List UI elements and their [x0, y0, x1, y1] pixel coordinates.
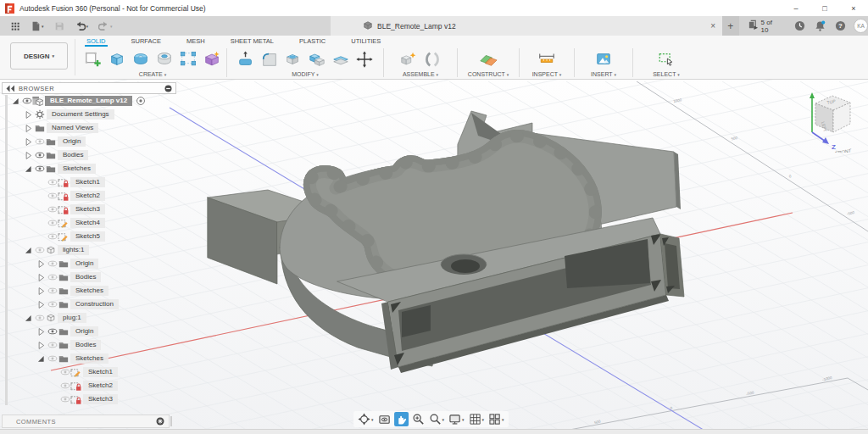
visibility-eye-icon[interactable] [47, 177, 58, 188]
browser-row-bodies[interactable]: Bodies [10, 148, 146, 162]
group-label-assemble[interactable]: ASSEMBLE ▾ [403, 71, 438, 79]
browser-row-sketch1[interactable]: Sketch1 [10, 175, 146, 189]
construction-plane-icon[interactable] [477, 48, 499, 70]
visibility-eye-icon[interactable] [47, 326, 58, 337]
browser-row-sketch2[interactable]: Sketch2 [10, 189, 146, 203]
visibility-eye-icon[interactable] [34, 136, 45, 147]
visibility-eye-icon[interactable] [34, 150, 45, 161]
expand-arrow-icon[interactable] [23, 150, 34, 161]
visibility-eye-icon[interactable] [47, 204, 58, 215]
browser-row-sketch2[interactable]: Sketch2 [10, 379, 146, 392]
job-status[interactable]: 5 of 10 [748, 19, 781, 34]
visibility-eye-icon[interactable] [21, 96, 32, 107]
ribbon-tab-solid[interactable]: SOLID [85, 36, 108, 47]
help-icon[interactable]: ? [835, 20, 846, 31]
browser-row-bodies[interactable]: Bodies [10, 270, 146, 284]
browser-row-ble-remote-lamp-v12[interactable]: BLE_Remote_Lamp v12 [10, 94, 146, 108]
create-form-icon[interactable] [201, 48, 223, 70]
activate-component-radio[interactable] [135, 96, 146, 107]
expand-arrow-icon[interactable] [36, 272, 47, 283]
browser-row-bodies[interactable]: Bodies [10, 338, 146, 352]
ribbon-tab-sheet-metal[interactable]: SHEET METAL [229, 36, 275, 47]
expand-arrow-icon[interactable] [23, 123, 34, 134]
redo-icon[interactable]: ▾ [95, 16, 116, 36]
visibility-eye-icon[interactable] [34, 164, 45, 175]
visibility-eye-icon[interactable] [47, 259, 58, 270]
visibility-eye-icon[interactable] [34, 245, 45, 256]
group-label-modify[interactable]: MODIFY ▾ [292, 71, 319, 79]
hole-icon[interactable] [153, 48, 175, 70]
view-cube[interactable]: Z TOP LEFT FRONT [800, 83, 861, 156]
tab-close-icon[interactable]: × [710, 21, 715, 31]
visibility-eye-icon[interactable] [47, 286, 58, 297]
close-button[interactable]: × [839, 0, 868, 16]
panel-options-icon[interactable] [164, 85, 172, 92]
browser-row-sketch5[interactable]: Sketch5 [10, 230, 146, 243]
browser-row-document-settings[interactable]: Document Settings [10, 108, 146, 121]
combine-icon[interactable] [306, 48, 328, 70]
visibility-eye-icon[interactable] [47, 218, 58, 229]
browser-row-named-views[interactable]: Named Views [10, 121, 146, 135]
browser-row-sketch1[interactable]: Sketch1 [10, 365, 146, 379]
minimize-button[interactable]: – [782, 0, 810, 16]
browser-row-sketches[interactable]: Sketches [10, 162, 146, 175]
browser-scroll-gutter[interactable] [5, 95, 8, 405]
file-menu-icon[interactable]: ▾ [27, 16, 47, 36]
browser-row-plug-1[interactable]: plug:1 [10, 311, 146, 325]
notifications-bell-icon[interactable] [815, 20, 826, 31]
revolve-icon[interactable] [130, 48, 152, 70]
ribbon-tab-plastic[interactable]: PLASTIC [298, 36, 327, 47]
visibility-eye-icon[interactable] [59, 394, 70, 405]
browser-row-lights-1[interactable]: lights:1 [10, 243, 146, 257]
visibility-eye-icon[interactable] [47, 299, 58, 310]
visibility-eye-icon[interactable] [59, 381, 70, 392]
group-label-select[interactable]: SELECT ▾ [653, 71, 680, 79]
maximize-button[interactable]: □ [810, 0, 839, 16]
collapse-arrow-icon[interactable] [23, 245, 34, 256]
shell-icon[interactable] [282, 48, 304, 70]
viewport[interactable]: 10005000-5005000-500-1000 [0, 80, 868, 434]
browser-row-sketch3[interactable]: Sketch3 [10, 392, 146, 406]
expand-arrow-icon[interactable] [36, 286, 47, 297]
visibility-eye-icon[interactable] [59, 367, 70, 378]
document-tab[interactable]: BLE_Remote_Lamp v12 × [331, 16, 722, 36]
grid-settings-icon[interactable]: ▾ [468, 412, 486, 426]
group-label-create[interactable]: CREATE ▾ [139, 71, 166, 79]
expand-arrow-icon[interactable] [23, 136, 34, 147]
pan-icon[interactable] [394, 412, 409, 426]
visibility-eye-icon[interactable] [47, 353, 58, 364]
collapse-panel-icon[interactable] [6, 85, 15, 92]
app-grid-icon[interactable] [7, 16, 24, 36]
undo-icon[interactable]: ▾ [71, 16, 92, 36]
ribbon-tab-surface[interactable]: SURFACE [130, 36, 163, 47]
measure-icon[interactable] [536, 48, 558, 70]
expand-arrow-icon[interactable] [36, 340, 47, 351]
visibility-eye-icon[interactable] [47, 191, 58, 202]
visibility-eye-icon[interactable] [47, 340, 58, 351]
browser-row-sketches[interactable]: Sketches [10, 284, 146, 298]
browser-row-sketch4[interactable]: Sketch4 [10, 216, 146, 230]
split-body-icon[interactable] [330, 48, 352, 70]
display-settings-icon[interactable]: ▾ [448, 412, 465, 426]
visibility-eye-icon[interactable] [47, 231, 58, 242]
insert-image-icon[interactable] [593, 48, 615, 70]
collapse-arrow-icon[interactable] [23, 313, 34, 324]
browser-row-sketch3[interactable]: Sketch3 [10, 203, 146, 216]
save-icon[interactable] [51, 16, 68, 36]
create-sketch-icon[interactable] [82, 48, 104, 70]
comments-resize-handle[interactable] [170, 416, 172, 426]
browser-header[interactable]: BROWSER [2, 82, 176, 94]
collapse-arrow-icon[interactable] [10, 96, 21, 107]
group-label-construct[interactable]: CONSTRUCT ▾ [468, 71, 509, 79]
group-label-inspect[interactable]: INSPECT ▾ [532, 71, 562, 79]
new-tab-button[interactable]: + [722, 16, 739, 36]
clock-icon[interactable] [794, 20, 805, 31]
look-at-icon[interactable] [377, 412, 392, 426]
move-icon[interactable] [353, 48, 376, 70]
browser-row-construction[interactable]: Construction [10, 298, 146, 311]
browser-row-origin[interactable]: Origin [10, 325, 146, 338]
expand-arrow-icon[interactable] [36, 326, 47, 337]
press-pull-icon[interactable] [235, 48, 257, 70]
collapse-arrow-icon[interactable] [36, 353, 47, 364]
model-body[interactable] [208, 111, 684, 373]
